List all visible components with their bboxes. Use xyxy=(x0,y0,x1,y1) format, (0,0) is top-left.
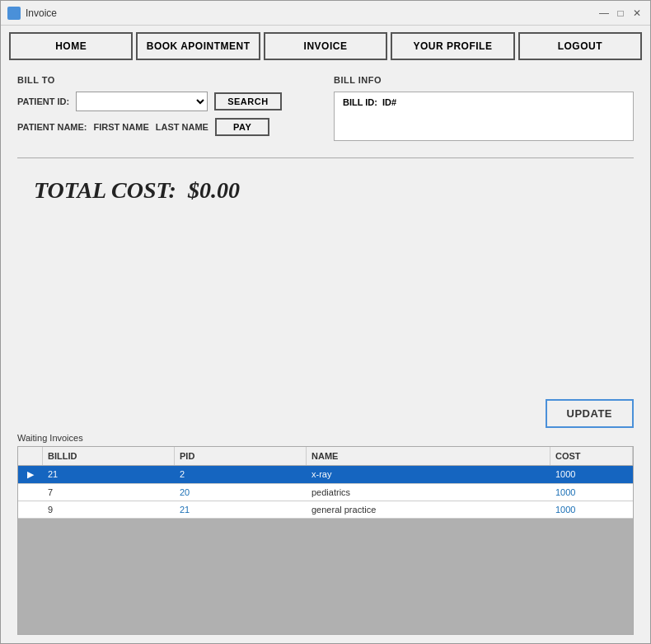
pay-button[interactable]: PAY xyxy=(215,118,269,136)
cell-pid: 20 xyxy=(175,484,307,501)
col-header-name: NAME xyxy=(307,447,550,465)
title-bar-controls: — □ ✕ xyxy=(597,7,644,20)
cell-name: pediatrics xyxy=(307,484,550,501)
cell-name: general practice xyxy=(307,501,550,518)
col-header-cost: COST xyxy=(550,447,633,465)
row-arrow xyxy=(18,501,43,518)
cell-cost: 1000 xyxy=(550,501,633,518)
app-icon xyxy=(7,7,21,20)
logout-nav[interactable]: LOGOUT xyxy=(518,32,642,60)
home-nav[interactable]: HOME xyxy=(9,32,133,60)
bill-info-label: BILL INFO xyxy=(334,75,634,85)
table-row[interactable]: 9 21 general practice 1000 xyxy=(18,501,633,519)
search-button[interactable]: SEARCH xyxy=(214,92,281,110)
cell-pid: 21 xyxy=(175,501,307,518)
total-cost: TOTAL COST: $0.00 xyxy=(34,177,634,204)
patient-id-label: PATIENT ID: xyxy=(17,96,69,106)
col-header-billid: BILLID xyxy=(43,447,175,465)
bill-section: BILL TO PATIENT ID: SEARCH PATIENT NAME:… xyxy=(17,75,634,143)
table-header: BILLID PID NAME COST xyxy=(18,447,633,466)
first-name-value: FIRST NAME xyxy=(94,122,149,132)
patient-name-row: PATIENT NAME: FIRST NAME LAST NAME PAY xyxy=(17,118,317,136)
bill-to-label: BILL TO xyxy=(17,75,317,85)
minimize-button[interactable]: — xyxy=(597,7,611,20)
invoice-nav[interactable]: INVOICE xyxy=(264,32,387,60)
row-arrow: ▶ xyxy=(18,466,43,483)
cell-cost: 1000 xyxy=(550,484,633,501)
cell-cost: 1000 xyxy=(550,466,633,483)
patient-name-label: PATIENT NAME: xyxy=(17,122,87,132)
maximize-button[interactable]: □ xyxy=(614,7,627,20)
divider xyxy=(17,157,634,158)
cell-name: x-ray xyxy=(307,466,550,483)
invoice-table: BILLID PID NAME COST ▶ 21 2 x-ray 1000 7 xyxy=(17,446,634,635)
bill-info-box: BILL ID: ID# xyxy=(334,92,634,141)
bill-id-value: ID# xyxy=(382,97,396,107)
row-arrow xyxy=(18,484,43,501)
cell-billid: 7 xyxy=(43,484,175,501)
title-bar: Invoice — □ ✕ xyxy=(1,1,650,26)
table-body: ▶ 21 2 x-ray 1000 7 20 pediatrics 1000 xyxy=(18,466,633,634)
spacer xyxy=(17,212,634,399)
waiting-invoices-label: Waiting Invoices xyxy=(17,433,634,443)
bill-to-section: BILL TO PATIENT ID: SEARCH PATIENT NAME:… xyxy=(17,75,317,143)
nav-bar: HOME BOOK APOINTMENT INVOICE YOUR PROFIL… xyxy=(1,26,650,67)
col-header-pid: PID xyxy=(175,447,307,465)
cell-billid: 21 xyxy=(43,466,175,483)
last-name-value: LAST NAME xyxy=(156,122,208,132)
close-button[interactable]: ✕ xyxy=(630,7,644,20)
content-area: BILL TO PATIENT ID: SEARCH PATIENT NAME:… xyxy=(1,67,650,643)
table-row[interactable]: 7 20 pediatrics 1000 xyxy=(18,484,633,501)
total-cost-label: TOTAL COST: xyxy=(34,177,176,203)
cell-billid: 9 xyxy=(43,501,175,518)
window-title: Invoice xyxy=(26,7,57,19)
table-row[interactable]: ▶ 21 2 x-ray 1000 xyxy=(18,466,633,484)
bill-id-row: BILL ID: ID# xyxy=(343,97,625,107)
col-header-arrow xyxy=(18,447,43,465)
profile-nav[interactable]: YOUR PROFILE xyxy=(391,32,514,60)
cell-pid: 2 xyxy=(175,466,307,483)
table-empty-area xyxy=(18,519,633,634)
patient-id-row: PATIENT ID: SEARCH xyxy=(17,92,317,111)
bill-id-label: BILL ID: xyxy=(343,97,377,107)
title-bar-left: Invoice xyxy=(7,7,57,20)
update-row: UPDATE xyxy=(17,399,634,428)
bill-info-section: BILL INFO BILL ID: ID# xyxy=(334,75,634,143)
patient-id-dropdown[interactable] xyxy=(76,92,208,111)
total-cost-value: $0.00 xyxy=(188,177,240,203)
update-button[interactable]: UPDATE xyxy=(546,399,634,428)
main-window: Invoice — □ ✕ HOME BOOK APOINTMENT INVOI… xyxy=(0,0,651,644)
book-appointment-nav[interactable]: BOOK APOINTMENT xyxy=(136,32,260,60)
